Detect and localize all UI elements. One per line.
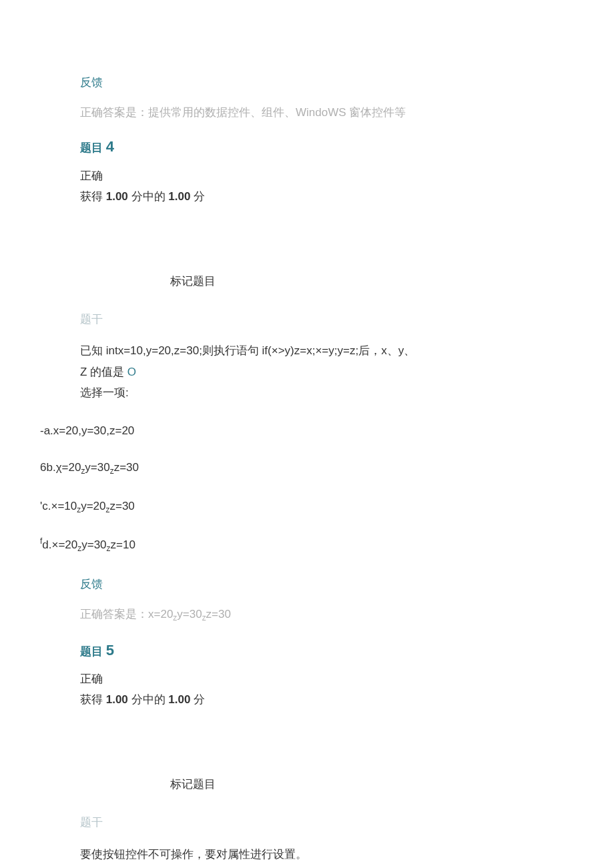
q4-score: 获得 1.00 分中的 1.00 分 bbox=[80, 187, 574, 205]
q4-stem-line2: Z 的值是 O bbox=[80, 363, 574, 381]
q5-title-prefix: 题目 bbox=[80, 645, 106, 658]
q4-score2: 1.00 bbox=[168, 190, 190, 203]
q3-correct-answer: 正确答案是：提供常用的数据控件、组件、WindoWS 窗体控件等 bbox=[80, 103, 574, 121]
q4-score-mid: 分中的 bbox=[128, 190, 168, 203]
q4-score1: 1.00 bbox=[106, 190, 128, 203]
q4-mark-question[interactable]: 标记题目 bbox=[80, 272, 574, 290]
q5-score-prefix: 获得 bbox=[80, 693, 106, 706]
q4-select-one: 选择一项: bbox=[80, 384, 574, 402]
question-4-title: 题目 4 bbox=[80, 135, 574, 158]
q4-opt-b-end: z=30 bbox=[114, 461, 139, 474]
q4-opt-d-pre: d.×=20 bbox=[42, 538, 77, 551]
q4-opt-b-mid1: y=30 bbox=[85, 461, 109, 474]
correct-prefix: 正确答案是： bbox=[80, 106, 148, 119]
q4-status: 正确 bbox=[80, 167, 574, 185]
q4-option-b[interactable]: 6b.χ=20zy=30zz=30 bbox=[40, 458, 574, 478]
q4-feedback-heading: 反馈 bbox=[80, 575, 574, 593]
q4-ans-end: z=30 bbox=[206, 608, 231, 620]
q4-score-prefix: 获得 bbox=[80, 190, 106, 203]
q4-ans-mid1: y=30 bbox=[177, 608, 202, 620]
q4-option-d[interactable]: fd.×=20zy=30zz=10 bbox=[40, 535, 574, 555]
question-5-title: 题目 5 bbox=[80, 638, 574, 662]
q5-stem-line1: 要使按钮控件不可操作，要对属性进行设置。 bbox=[80, 845, 574, 863]
q4-opt-c-end: z=30 bbox=[109, 500, 134, 512]
q4-ans-pre: x=20 bbox=[148, 608, 173, 620]
q4-opt-c-mid1: y=20 bbox=[81, 500, 105, 512]
q5-number: 5 bbox=[106, 642, 114, 659]
q4-score-suffix: 分 bbox=[190, 190, 205, 203]
q5-score-suffix: 分 bbox=[190, 693, 205, 706]
q4-opt-d-mid1: y=30 bbox=[81, 538, 106, 551]
q4-choices: -a.x=20,y=30,z=20 6b.χ=20zy=30zz=30 'c.×… bbox=[40, 422, 574, 555]
q4-correct-prefix: 正确答案是： bbox=[80, 608, 148, 620]
q4-stem-line2a: Z 的值是 bbox=[80, 366, 127, 378]
q5-score1: 1.00 bbox=[106, 693, 128, 706]
q5-stem-label: 题干 bbox=[80, 813, 574, 831]
q4-correct-answer: 正确答案是：x=20zy=30zz=30 bbox=[80, 605, 574, 624]
q4-stem-line2b: O bbox=[127, 366, 136, 378]
q4-number: 4 bbox=[106, 138, 114, 155]
q4-opt-b-pre: 6b.χ=20 bbox=[40, 461, 81, 474]
q3-answer-text: 提供常用的数据控件、组件、WindoWS 窗体控件等 bbox=[148, 106, 406, 119]
feedback-heading: 反馈 bbox=[80, 73, 574, 91]
q5-score-mid: 分中的 bbox=[128, 693, 168, 706]
q5-status: 正确 bbox=[80, 670, 574, 688]
q4-option-c[interactable]: 'c.×=10zy=20zz=30 bbox=[40, 497, 574, 516]
q4-opt-d-end: z=10 bbox=[111, 538, 135, 551]
q4-stem-line1: 已知 intx=10,y=20,z=30;则执行语句 if(×>y)z=x;×=… bbox=[80, 342, 574, 360]
q5-mark-question[interactable]: 标记题目 bbox=[80, 775, 574, 793]
q4-option-a[interactable]: -a.x=20,y=30,z=20 bbox=[40, 422, 574, 440]
q4-stem-label: 题干 bbox=[80, 310, 574, 328]
q5-score2: 1.00 bbox=[168, 693, 190, 706]
q4-title-prefix: 题目 bbox=[80, 141, 106, 154]
q4-opt-c-pre: 'c.×=10 bbox=[40, 500, 77, 512]
q5-score: 获得 1.00 分中的 1.00 分 bbox=[80, 691, 574, 709]
